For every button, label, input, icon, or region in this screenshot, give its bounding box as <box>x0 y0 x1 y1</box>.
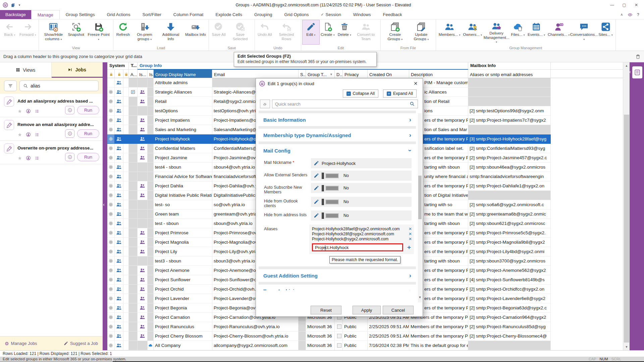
column-header-description[interactable]: Description <box>409 70 468 78</box>
right-panel-button[interactable] <box>632 66 642 78</box>
cell-is-team[interactable] <box>138 294 148 303</box>
cell-is-cloud[interactable] <box>148 266 154 275</box>
conversations-button[interactable]: Conversations... ▾ <box>571 20 597 44</box>
cell-group-display-name[interactable]: Sales and Marketing <box>154 125 212 134</box>
cell-selector[interactable] <box>107 322 115 331</box>
cell-aliases[interactable]: [2] smtp:Project-Begonia63d@sygx2.c <box>468 303 551 313</box>
cell-group-display-name[interactable]: Project Cherry Blossom <box>154 331 212 341</box>
cell-locked[interactable] <box>123 247 129 256</box>
cell-group-icon[interactable] <box>115 97 123 106</box>
cell-locked[interactable] <box>123 134 129 144</box>
cell-a[interactable] <box>129 106 138 116</box>
cell-selector[interactable] <box>107 144 115 153</box>
column-header-privacy[interactable]: Privacy <box>343 70 368 78</box>
maximize-button[interactable]: ▢ <box>619 1 630 9</box>
column-header-d[interactable]: D... <box>335 70 343 78</box>
cell-is-team[interactable] <box>138 144 148 153</box>
cell-a[interactable] <box>129 322 138 331</box>
cell-group-icon[interactable] <box>115 172 123 181</box>
cell-is-cloud[interactable] <box>148 294 154 303</box>
cell-selector[interactable] <box>107 191 115 200</box>
cell-selector[interactable] <box>107 275 115 285</box>
cell-locked[interactable] <box>123 87 129 97</box>
cell-aliases[interactable] <box>468 87 551 97</box>
collapse-panel-icon[interactable]: ‹ <box>103 201 105 207</box>
cell-group-icon[interactable] <box>115 200 123 209</box>
section-mail-config[interactable]: Mail Config› <box>261 144 414 157</box>
cell-aliases[interactable]: [2] smtp:Project-Ranunculus85d@syg <box>468 322 551 331</box>
cell-group-display-name[interactable]: Project Carnation <box>154 313 212 322</box>
cell-locked[interactable] <box>123 313 129 322</box>
grid-row-project-ranunculus[interactable]: Project RanunculusProject-Ranunculus@ovh… <box>107 322 623 331</box>
cell-aliases[interactable]: [2] smtp:Project-Carnation964@sygx2 <box>468 313 551 322</box>
cell-is-cloud[interactable] <box>148 163 154 172</box>
cell-group-icon[interactable] <box>115 294 123 303</box>
cell-aliases[interactable]: [2] smtp:sboun46ea@sygx2.onmicros <box>468 163 551 172</box>
job-run-button[interactable]: Run <box>77 129 99 138</box>
cell-email[interactable]: Project-Cherry-Blossom@ovh.ytria.io <box>212 331 299 341</box>
cell-group-display-name[interactable]: Project Lily <box>154 247 212 256</box>
allow-external-senders-toggle[interactable]: No <box>311 171 412 181</box>
tab-group-settings[interactable]: Group Settings <box>60 10 101 19</box>
column-header-locked[interactable] <box>123 70 129 78</box>
cell-a[interactable] <box>129 303 138 313</box>
cell-is-team[interactable] <box>138 87 148 97</box>
cell-selector[interactable] <box>107 87 115 97</box>
chevron-right-icon[interactable]: › <box>409 272 411 279</box>
snapshot-button[interactable]: Snapshot <box>66 20 86 44</box>
cell-a[interactable] <box>129 219 138 228</box>
cell-is-team[interactable] <box>138 209 148 219</box>
cell-aliases[interactable]: [2] smtp:testOptions99d@sygx2.onm <box>468 106 551 116</box>
cell-is-cloud[interactable] <box>148 219 154 228</box>
cell-group-icon[interactable] <box>115 247 123 256</box>
cell-description[interactable]: Members of the temporary P <box>409 331 468 341</box>
cell-selector[interactable] <box>107 303 115 313</box>
update-groups-button[interactable]: Update Groups ▾ <box>408 20 434 44</box>
chevron-right-icon[interactable]: › <box>409 287 411 290</box>
cell-is-team[interactable] <box>138 97 148 106</box>
grid-row-all-company[interactable]: All Companyallcompany@sygx2.onmicrosoft.… <box>107 341 623 350</box>
cell-group-display-name[interactable]: Confidential Matters <box>154 144 212 153</box>
cell-aliases[interactable]: [2] smtp:so6a6@sygx2.onmicrosoft.c <box>468 200 551 209</box>
cell-group-display-name[interactable]: Attribute admins <box>154 78 212 87</box>
hide-from-outlook-clients-toggle[interactable]: No <box>311 197 412 207</box>
cell-selector[interactable] <box>107 97 115 106</box>
cell-is-team[interactable] <box>138 116 148 125</box>
star-icon[interactable] <box>17 109 22 114</box>
cell-is-cloud[interactable] <box>148 116 154 125</box>
cell-is-cloud[interactable] <box>148 125 154 134</box>
cell-group-display-name[interactable]: Project Impatiens <box>154 116 212 125</box>
chevron-down-icon[interactable]: › <box>407 149 414 152</box>
job-info-button[interactable] <box>65 153 74 161</box>
cell-group-display-name[interactable]: Strategic Alliances <box>154 87 212 97</box>
cell-selector[interactable] <box>107 266 115 275</box>
on-prem-groups-button[interactable]: On-prem groups ▾ <box>131 20 158 44</box>
filter-dropdown-icon[interactable]: ▼ <box>330 73 333 76</box>
trash-icon[interactable] <box>635 54 641 59</box>
cell-a[interactable] <box>129 266 138 275</box>
cell-locked[interactable] <box>123 125 129 134</box>
cell-locked[interactable] <box>123 209 129 219</box>
scrollbar-thumb[interactable] <box>624 115 629 343</box>
cell-group-icon[interactable] <box>115 275 123 285</box>
cell-locked[interactable] <box>123 256 129 266</box>
cell-is-cloud[interactable] <box>148 134 154 144</box>
cell-is-team[interactable] <box>138 266 148 275</box>
column-header-group-t[interactable]: Group T...▼ <box>306 70 335 78</box>
cell-locked[interactable] <box>123 191 129 200</box>
cell-aliases[interactable]: [3] smtp:Project-Hollyhock28faef@syg <box>468 134 551 144</box>
cell-a[interactable] <box>129 172 138 181</box>
cell-aliases[interactable]: [2] smtp:Project-Lily4bd@sygx2.onmi <box>468 247 551 256</box>
close-button[interactable]: ✕ <box>631 1 642 9</box>
cell-group-icon[interactable] <box>115 266 123 275</box>
quick-access-dropdown-icon[interactable]: ▼ <box>18 4 21 7</box>
cell-group-icon[interactable] <box>115 219 123 228</box>
cell-group-icon[interactable] <box>115 144 123 153</box>
cell-a[interactable] <box>129 87 138 97</box>
column-header-a[interactable]: A... <box>129 70 138 78</box>
cell-group-icon[interactable] <box>115 153 123 163</box>
cell-a[interactable] <box>129 134 138 144</box>
cell-a[interactable] <box>129 285 138 294</box>
cell-a[interactable] <box>129 313 138 322</box>
events-button[interactable]: Events... ▾ <box>526 20 546 44</box>
